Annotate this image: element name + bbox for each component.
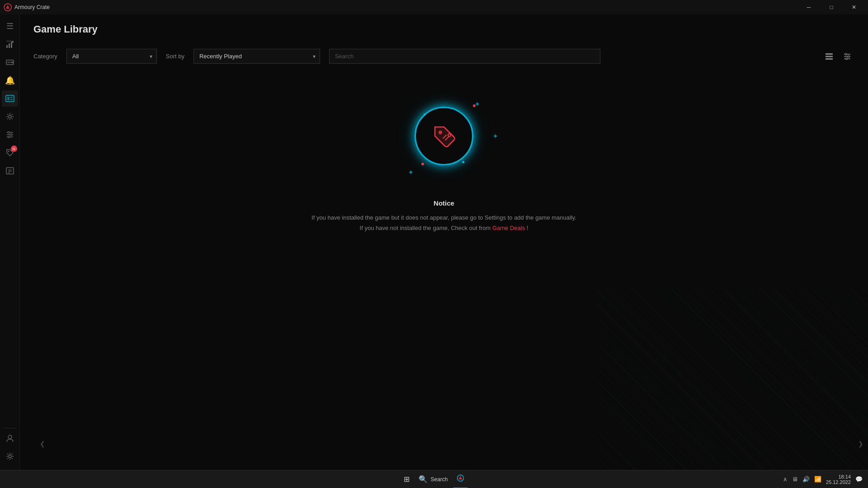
search-input[interactable] bbox=[329, 49, 600, 64]
clock-date: 25.12.2022 bbox=[826, 479, 851, 485]
system-clock[interactable]: 18:14 25.12.2022 bbox=[826, 474, 851, 485]
taskbar-search[interactable]: 🔍 Search bbox=[415, 470, 451, 488]
notice-line2-prefix: If you have not installed the game, Chec… bbox=[360, 225, 492, 231]
deco-cross-2: ✦ bbox=[408, 168, 414, 177]
search-wrapper bbox=[329, 49, 600, 64]
category-select-wrapper: All Installed Recent bbox=[66, 49, 157, 64]
svg-point-27 bbox=[8, 435, 12, 439]
sidebar-item-hardware[interactable] bbox=[2, 108, 18, 125]
filter-bar: Category All Installed Recent Sort by Re… bbox=[33, 49, 854, 64]
search-taskbar-icon: 🔍 bbox=[419, 475, 428, 483]
maximize-button[interactable]: □ bbox=[821, 0, 842, 14]
sidebar-item-menu[interactable]: ☰ bbox=[2, 18, 18, 34]
svg-marker-1 bbox=[6, 5, 9, 9]
sidebar-item-deals[interactable]: N bbox=[2, 145, 18, 161]
svg-point-38 bbox=[439, 131, 442, 134]
titlebar: Armoury Crate ─ □ ✕ bbox=[0, 0, 868, 14]
category-select[interactable]: All Installed Recent bbox=[66, 49, 157, 64]
taskbar-volume-icon[interactable]: 🔊 bbox=[802, 476, 810, 483]
deco-cross-3: ✦ bbox=[492, 132, 498, 141]
svg-rect-2 bbox=[6, 45, 8, 48]
sortby-label: Sort by bbox=[166, 53, 184, 60]
taskbar-armoury[interactable] bbox=[453, 470, 468, 488]
svg-rect-30 bbox=[826, 56, 833, 57]
deco-dot-red-1 bbox=[473, 104, 476, 107]
svg-point-22 bbox=[8, 151, 9, 152]
app-title: Armoury Crate bbox=[14, 4, 798, 10]
taskbar-notification-icon[interactable]: 💬 bbox=[855, 476, 863, 483]
svg-marker-41 bbox=[459, 476, 462, 479]
svg-rect-4 bbox=[11, 42, 12, 48]
svg-point-36 bbox=[848, 56, 849, 57]
sidebar-item-notifications[interactable]: 🔔 bbox=[2, 72, 18, 89]
deco-dot-blue-2 bbox=[462, 161, 464, 163]
deco-cross-1: ✦ bbox=[474, 100, 480, 108]
svg-rect-23 bbox=[6, 168, 14, 174]
close-button[interactable]: ✕ bbox=[844, 0, 864, 14]
notice-line2-suffix: ! bbox=[525, 225, 528, 231]
taskbar-network-icon[interactable]: 📶 bbox=[814, 476, 821, 483]
left-expand-arrow[interactable]: ❮ bbox=[40, 440, 45, 447]
bg-pattern bbox=[597, 289, 868, 470]
sidebar-item-info[interactable] bbox=[2, 163, 18, 179]
game-deals-link[interactable]: Game Deals bbox=[492, 225, 525, 231]
svg-rect-12 bbox=[7, 97, 9, 100]
windows-icon: ⊞ bbox=[404, 475, 410, 483]
sidebar-bottom bbox=[2, 426, 18, 470]
clock-time: 18:14 bbox=[826, 474, 851, 479]
taskbar-chevron-icon[interactable]: ∧ bbox=[783, 476, 788, 483]
svg-point-15 bbox=[9, 115, 11, 118]
svg-point-8 bbox=[11, 61, 13, 63]
svg-point-37 bbox=[846, 58, 848, 60]
svg-rect-29 bbox=[826, 53, 833, 55]
svg-point-21 bbox=[8, 136, 10, 138]
list-view-button[interactable] bbox=[822, 49, 836, 64]
sidebar-item-performance[interactable] bbox=[2, 36, 18, 52]
sidebar-item-settings[interactable] bbox=[2, 448, 18, 465]
page-title: Game Library bbox=[33, 23, 854, 35]
taskbar-start[interactable]: ⊞ bbox=[400, 470, 413, 488]
armoury-taskbar-icon bbox=[457, 474, 464, 483]
svg-point-10 bbox=[7, 62, 9, 63]
sidebar-item-devices[interactable] bbox=[2, 54, 18, 70]
notice-title: Notice bbox=[311, 199, 576, 207]
sidebar-item-settings-tools[interactable] bbox=[2, 127, 18, 143]
category-label: Category bbox=[33, 53, 57, 60]
sidebar-divider bbox=[4, 428, 16, 428]
svg-point-20 bbox=[10, 134, 12, 136]
app-body: ☰ 🔔 bbox=[0, 14, 868, 470]
taskbar-center: ⊞ 🔍 Search bbox=[400, 470, 467, 488]
app-logo bbox=[4, 3, 12, 11]
taskbar-display-icon[interactable]: 🖥 bbox=[792, 476, 798, 483]
svg-rect-11 bbox=[6, 95, 14, 102]
svg-point-28 bbox=[9, 455, 11, 458]
svg-rect-31 bbox=[826, 58, 833, 60]
deco-dot-red-2 bbox=[421, 163, 424, 165]
svg-point-19 bbox=[8, 131, 9, 133]
filter-options-button[interactable] bbox=[840, 49, 854, 64]
glow-circle bbox=[415, 107, 473, 165]
taskbar-search-label: Search bbox=[430, 476, 448, 483]
deals-badge: N bbox=[11, 145, 17, 152]
game-icon-area: ✦ ✦ ✦ bbox=[399, 91, 489, 181]
right-expand-arrow[interactable]: ❯ bbox=[858, 440, 863, 447]
taskbar: ⊞ 🔍 Search ∧ 🖥 🔊 📶 18:14 25.12.2022 💬 bbox=[0, 470, 868, 488]
price-tag-icon bbox=[430, 122, 458, 150]
taskbar-right: ∧ 🖥 🔊 📶 18:14 25.12.2022 💬 bbox=[783, 474, 863, 485]
sidebar-item-profile[interactable] bbox=[2, 430, 18, 446]
empty-state: ✦ ✦ ✦ bbox=[33, 91, 854, 234]
minimize-button[interactable]: ─ bbox=[798, 0, 819, 14]
sortby-select[interactable]: Recently Played A-Z Z-A Last Added bbox=[193, 49, 320, 64]
svg-rect-13 bbox=[10, 97, 13, 98]
svg-point-9 bbox=[9, 62, 10, 63]
svg-point-5 bbox=[12, 41, 14, 43]
notice-line1: If you have installed the game but it do… bbox=[311, 214, 576, 221]
svg-rect-14 bbox=[10, 99, 13, 100]
sidebar-item-game-library[interactable] bbox=[2, 90, 18, 107]
svg-point-35 bbox=[845, 53, 847, 55]
sortby-select-wrapper: Recently Played A-Z Z-A Last Added bbox=[193, 49, 320, 64]
notice-area: Notice If you have installed the game bu… bbox=[311, 199, 576, 234]
main-content: Game Library Category All Installed Rece… bbox=[20, 14, 868, 470]
view-icons bbox=[822, 49, 854, 64]
notice-text: If you have installed the game but it do… bbox=[311, 212, 576, 234]
